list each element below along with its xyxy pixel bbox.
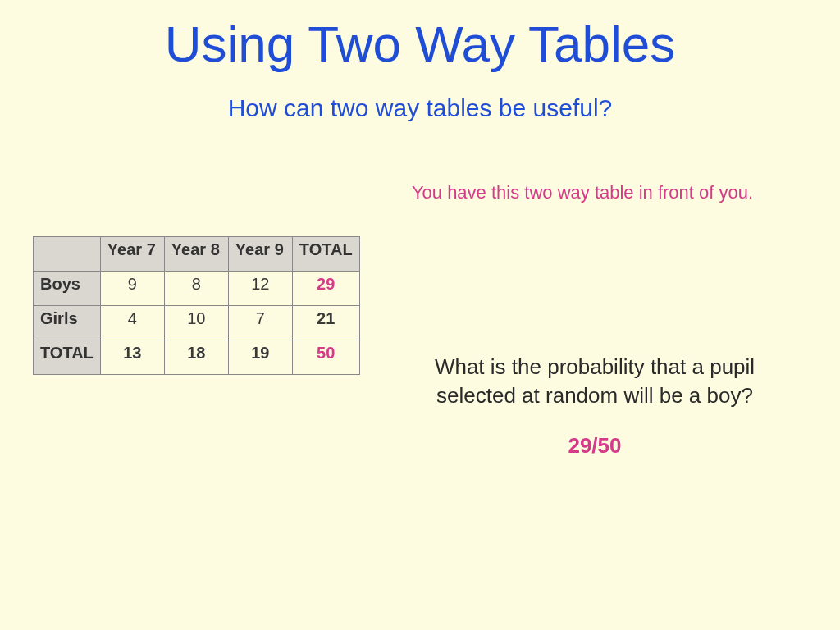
row-label-total: TOTAL [34, 340, 101, 375]
row-label-boys: Boys [34, 272, 101, 306]
question-text: What is the probability that a pupil sel… [394, 353, 796, 410]
slide: Using Two Way Tables How can two way tab… [0, 0, 840, 630]
two-way-table: Year 7 Year 8 Year 9 TOTAL Boys 9 8 12 2… [33, 236, 360, 375]
table-row-total: TOTAL 13 18 19 50 [34, 340, 360, 375]
header-year7: Year 7 [100, 237, 164, 272]
cell-boys-year7: 9 [100, 272, 164, 306]
table-header-row: Year 7 Year 8 Year 9 TOTAL [34, 237, 360, 272]
cell-grand-total: 50 [292, 340, 359, 375]
cell-total-year8: 18 [164, 340, 228, 375]
table-row-girls: Girls 4 10 7 21 [34, 306, 360, 340]
answer-text: 29/50 [394, 433, 796, 459]
header-blank [34, 237, 101, 272]
cell-total-year7: 13 [100, 340, 164, 375]
header-year9: Year 9 [228, 237, 292, 272]
header-total: TOTAL [292, 237, 359, 272]
cell-girls-total: 21 [292, 306, 359, 340]
slide-subtitle: How can two way tables be useful? [0, 94, 840, 122]
context-note: You have this two way table in front of … [353, 182, 812, 203]
cell-total-year9: 19 [228, 340, 292, 375]
cell-boys-year8: 8 [164, 272, 228, 306]
cell-girls-year7: 4 [100, 306, 164, 340]
row-label-girls: Girls [34, 306, 101, 340]
cell-boys-total: 29 [292, 272, 359, 306]
cell-girls-year8: 10 [164, 306, 228, 340]
cell-girls-year9: 7 [228, 306, 292, 340]
table-row-boys: Boys 9 8 12 29 [34, 272, 360, 306]
header-year8: Year 8 [164, 237, 228, 272]
cell-boys-year9: 12 [228, 272, 292, 306]
slide-title: Using Two Way Tables [0, 0, 840, 73]
